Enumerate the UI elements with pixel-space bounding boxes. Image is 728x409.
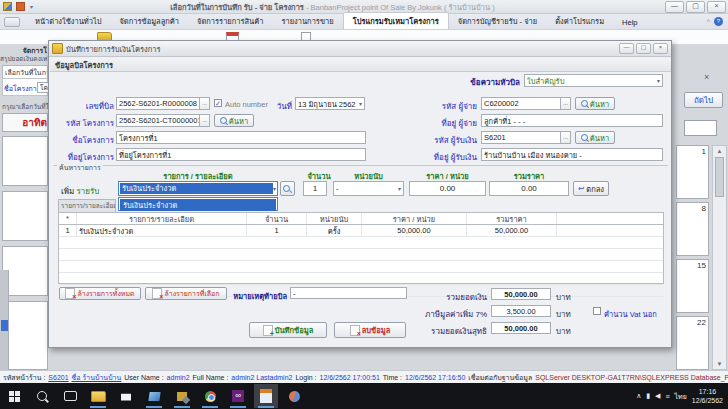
search-icon [581,100,588,107]
ssms-icon[interactable] [170,384,194,408]
window-title: เลือกวันที่ในการบันทึก รับ - จ่าย โครงกา… [0,1,665,13]
grid-tab[interactable]: รายการ/รายละเอียด [58,199,116,212]
task-view-icon[interactable] [58,384,82,408]
payer-code-ellipsis-button[interactable]: ... [560,97,571,110]
qty-input[interactable]: 1 [303,181,327,196]
scroll-up-icon[interactable]: ▲ [713,146,726,156]
taskbar-clock[interactable]: 17:16 12/6/2562 [692,387,723,405]
project-addr-input[interactable]: ที่อยู่โครงการที่1 [116,148,366,161]
calendar-cell[interactable] [2,191,48,241]
tab-products[interactable]: จัดการรายการสินค้า [188,13,272,29]
vat-checkbox[interactable] [593,307,601,315]
clear-selected-button[interactable]: × ล้างรายการที่เลือก [145,287,227,300]
tab-settings[interactable]: ตั้งค่าโปรแกรม [546,13,613,29]
item-combobox[interactable]: รับเงินประจำงวด ▾ [118,181,278,196]
date-label: วันที่ [249,100,292,113]
payee-addr-label: ที่อยู่ ผู้รับเงิน [419,151,477,164]
bg-tab-pick-date[interactable]: เลือกวันที่ในการ [2,65,48,78]
tray-speaker-icon[interactable]: ◀ [655,392,660,400]
total-input[interactable]: 50,000.00 [491,288,551,300]
payee-code-input[interactable]: S6201 [481,131,561,144]
ok-arrow-icon: ↩ [578,184,584,193]
project-code-input[interactable]: 2562-S6201-CT0000001 [116,114,200,127]
items-grid[interactable]: * รายการ/รายละเอียด จำนวน หน่วยนับ ราคา … [58,212,664,284]
dialog-minimize-button[interactable]: — [619,43,634,54]
item-dropdown-list[interactable]: รับเงินประจำงวด [118,197,278,211]
auto-number-checkbox[interactable]: ✓ [214,99,222,107]
pos-app-icon[interactable] [254,384,278,408]
tab-customers[interactable]: จัดการข้อมูลลูกค้า [110,13,188,29]
tray-language[interactable]: ไทย [675,391,687,402]
ok-button[interactable]: ↩ ตกลง [573,181,609,196]
next-button[interactable]: ถัดไป [684,92,723,108]
file-explorer-icon[interactable] [86,384,110,408]
scroll-down-icon[interactable]: ▼ [713,359,726,369]
payee-addr-input[interactable]: ร้านบ้านบ้าน เมือง หนองคาย - [481,148,663,161]
tray-chevron-icon[interactable]: ∧ [636,392,641,400]
price-input[interactable]: 0.00 [409,181,486,196]
payer-code-input[interactable]: C6200002 [481,97,561,110]
maximize-button[interactable]: ▢ [686,1,705,13]
status-shop-name-link[interactable]: ชื่อ ร้านบ้านบ้าน [72,372,122,383]
tab-help[interactable]: Help [613,16,646,29]
unit-combobox[interactable]: - ▾ [333,181,404,196]
tab-general[interactable]: หน้าต่างใช้งานทั่วไป [26,13,110,29]
bill-no-ellipsis-button[interactable]: ... [199,97,210,110]
clear-all-button[interactable]: × ล้างรายการทั้งหมด [59,287,141,300]
calendar-cell[interactable]: 8 [676,202,709,256]
calendar-cell[interactable]: 22 [676,316,709,370]
calendar-cell[interactable] [2,136,48,186]
scroll-thumb[interactable] [715,157,724,197]
taskbar-search-icon[interactable] [30,384,54,408]
chrome-icon[interactable] [198,384,222,408]
net-input[interactable]: 50,000.00 [491,322,551,334]
date-combobox[interactable]: 13 มิถุนายน 2562 ▾ [295,97,365,110]
table-row[interactable]: 1 รับเงินประจำงวด 1 ครั้ง 50,000.00 50,0… [59,225,663,237]
line-total-input[interactable]: 0.00 [489,181,569,196]
blue-app-icon[interactable] [142,384,166,408]
payer-addr-input[interactable]: ลูกค้าที่1 - - - [481,114,663,127]
calendar-cell[interactable]: 1 [676,145,709,199]
dialog-close-button[interactable]: × [653,43,668,54]
quick-access-arrow-icon[interactable]: ▾ [30,3,33,10]
minimize-button[interactable]: — [665,1,684,13]
microsoft-store-icon[interactable] [114,384,138,408]
payee-code-ellipsis-button[interactable]: ... [560,131,571,144]
currency-label: บาท [556,308,571,321]
calendar-cell[interactable]: 15 [676,259,709,313]
application-button-icon[interactable] [4,17,20,27]
payer-search-button[interactable]: ค้นหา [575,97,615,110]
bg-close-icon[interactable]: × [704,72,709,82]
status-shop-code-link[interactable]: S6201 [48,374,68,381]
payee-search-button[interactable]: ค้นหา [575,131,615,144]
start-button[interactable] [2,384,26,408]
tray-battery-icon[interactable]: ▮ [646,392,650,400]
delete-button[interactable]: × ลบข้อมูล [334,322,406,338]
item-search-button[interactable] [280,181,295,196]
header-text-combobox[interactable]: ใบสำคัญรับ ▾ [524,74,663,87]
paint-app-icon[interactable] [282,384,306,408]
visual-studio-icon[interactable]: ∞ [226,384,250,408]
project-code-ellipsis-button[interactable]: ... [199,114,210,127]
collapse-ribbon-icon[interactable]: ^ [707,18,710,25]
tray-keyboard-icon[interactable]: ≡ [666,393,670,400]
tab-accounts[interactable]: จัดการบัญชีรายรับ - จ่าย [449,13,546,29]
tab-sales-report[interactable]: รายงานการขาย [272,13,342,29]
chevron-down-icon[interactable]: ▾ [273,185,276,192]
project-name-input[interactable]: โครงการที่1 [116,131,366,144]
bill-no-input[interactable]: 2562-S6201-R0000008 [116,97,200,110]
vat-input[interactable]: 3,500.00 [491,305,551,317]
dropdown-option[interactable]: รับเงินประจำงวด [120,199,276,211]
dialog-maximize-button[interactable]: ▢ [636,43,651,54]
close-button[interactable]: × [707,1,726,13]
project-search-button[interactable]: ค้นหา [214,114,254,127]
search-section-title: ค้นหารายการ [57,162,103,173]
window-title-rest: - BanbanProject point Of Sale By Jokunk … [304,3,495,12]
bg-strip-icon[interactable] [1,320,8,331]
vertical-scrollbar[interactable]: ▲ ▼ [712,145,727,370]
quick-access-icon[interactable] [16,2,25,11]
save-button[interactable]: + บันทึกข้อมูล [249,322,327,338]
help-icon[interactable]: ? [714,17,723,26]
income-word: รายรับ [77,187,100,196]
tab-project-contract[interactable]: โปรแกรมรับเหมาโครงการ [343,12,449,29]
